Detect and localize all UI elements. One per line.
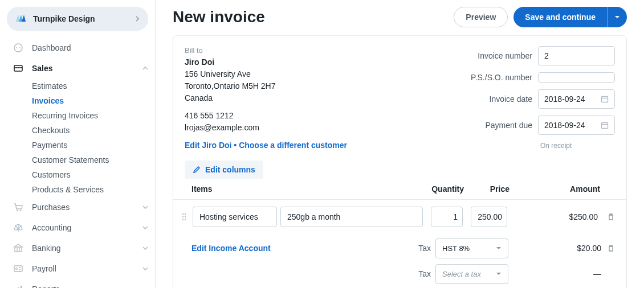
cart-icon <box>13 201 24 213</box>
sidebar-item-sales[interactable]: Sales <box>0 58 155 79</box>
customer-country: Canada <box>185 92 471 104</box>
drag-handle-icon[interactable] <box>179 212 189 221</box>
header-qty: Quantity <box>427 184 464 194</box>
chevron-down-icon <box>142 225 148 231</box>
chevron-down-icon <box>142 245 148 251</box>
svg-point-19 <box>185 213 186 214</box>
preview-button[interactable]: Preview <box>454 7 508 27</box>
chevron-down-icon <box>496 271 502 277</box>
svg-point-20 <box>182 216 184 217</box>
chevron-down-icon <box>142 204 148 210</box>
sidebar-sub-item[interactable]: Customers <box>0 167 155 182</box>
sidebar-item-label: Purchases <box>32 203 70 212</box>
svg-point-22 <box>182 219 184 220</box>
sidebar-item-purchases[interactable]: Purchases <box>0 197 155 217</box>
delete-line-button[interactable] <box>604 213 615 221</box>
logo-icon <box>15 13 27 25</box>
sidebar-item-label: Payroll <box>32 264 56 273</box>
sales-icon <box>13 63 24 74</box>
sidebar-item-label: Sales <box>32 64 53 73</box>
sidebar-item-dashboard[interactable]: Dashboard <box>0 38 155 58</box>
svg-point-18 <box>182 213 184 214</box>
main-content: New invoice Preview Save and continue Bi… <box>156 0 644 288</box>
org-switcher[interactable]: Turnpike Design <box>7 7 148 31</box>
sidebar-item-label: Banking <box>32 244 61 253</box>
header-items: Items <box>191 184 427 194</box>
calendar-icon <box>601 121 609 129</box>
sidebar-sub-item[interactable]: Customer Statements <box>0 153 155 167</box>
sidebar-item-payroll[interactable]: Payroll <box>0 258 155 279</box>
svg-point-6 <box>20 210 22 212</box>
sidebar-item-label: Reports <box>32 285 60 288</box>
save-button[interactable]: Save and continue <box>513 7 607 27</box>
svg-point-8 <box>16 268 18 270</box>
tax-select-1[interactable]: HST 8% <box>435 238 508 258</box>
customer-addr2: Toronto,Ontario M5H 2H7 <box>185 80 471 92</box>
invoice-card: Bill to Jiro Doi 156 University Ave Toro… <box>173 35 627 288</box>
save-dropdown-button[interactable] <box>607 7 627 27</box>
sidebar-item-reports[interactable]: Reports <box>0 279 155 288</box>
header-amount: Amount <box>510 184 615 194</box>
page-title: New invoice <box>173 8 454 26</box>
chart-icon <box>13 283 24 288</box>
tax-label: Tax <box>408 269 431 278</box>
header-price: Price <box>473 184 510 194</box>
org-name: Turnpike Design <box>33 14 129 23</box>
item-name-field[interactable]: Hosting services <box>193 207 277 227</box>
choose-customer-link[interactable]: Choose a different customer <box>239 141 347 150</box>
payment-due-note: On receipt <box>538 142 615 150</box>
item-amount: $250.00 <box>511 212 600 221</box>
po-number-label: P.S./S.O. number <box>471 73 532 82</box>
sidebar-item-label: Dashboard <box>32 43 71 52</box>
customer-edit-links: Edit Jiro Doi • Choose a different custo… <box>185 139 471 151</box>
svg-rect-13 <box>21 286 22 288</box>
po-number-field[interactable] <box>538 72 615 83</box>
sidebar-sub-item[interactable]: Estimates <box>0 79 155 93</box>
customer-name: Jiro Doi <box>185 56 471 68</box>
page-header: New invoice Preview Save and continue <box>173 7 627 27</box>
bank-icon <box>13 242 24 254</box>
item-qty-field[interactable]: 1 <box>431 207 463 227</box>
customer-phone: 416 555 1212 <box>185 110 471 122</box>
svg-point-5 <box>17 210 18 212</box>
dashboard-icon <box>13 42 24 54</box>
save-button-group: Save and continue <box>513 7 627 27</box>
svg-rect-14 <box>602 97 608 102</box>
invoice-number-field[interactable]: 2 <box>538 46 615 65</box>
sidebar-sub-item[interactable]: Invoices <box>0 93 155 108</box>
customer-addr1: 156 University Ave <box>185 68 471 80</box>
sidebar-sub-item[interactable]: Payments <box>0 138 155 153</box>
svg-point-0 <box>14 44 22 52</box>
svg-point-23 <box>185 219 186 220</box>
invoice-date-label: Invoice date <box>471 94 532 104</box>
invoice-number-label: Invoice number <box>471 51 532 60</box>
payment-due-field[interactable]: 2018-09-24 <box>538 116 615 135</box>
tax-select-2[interactable]: Select a tax <box>435 264 508 284</box>
sidebar-sub-item[interactable]: Products & Services <box>0 182 155 197</box>
invoice-date-field[interactable]: 2018-09-24 <box>538 89 615 109</box>
chevron-right-icon <box>134 16 140 22</box>
tax-label: Tax <box>408 244 431 253</box>
svg-point-1 <box>16 47 17 48</box>
sidebar-sub-item[interactable]: Recurring Invoices <box>0 108 155 123</box>
invoice-meta-form: Invoice number 2 P.S./S.O. number Invoic… <box>471 45 615 151</box>
edit-income-account-link[interactable]: Edit Income Account <box>191 244 408 253</box>
sidebar-item-banking[interactable]: Banking <box>0 238 155 258</box>
sidebar: Turnpike Design Dashboard Sales Estimate… <box>0 0 156 288</box>
chevron-down-icon <box>496 245 502 251</box>
edit-columns-button[interactable]: Edit columns <box>185 161 263 179</box>
chevron-up-icon <box>142 65 148 71</box>
item-desc-field[interactable]: 250gb a month <box>280 207 423 227</box>
delete-tax-button[interactable] <box>604 244 615 252</box>
bill-to-block: Bill to Jiro Doi 156 University Ave Toro… <box>185 45 471 151</box>
calendar-icon <box>601 95 609 103</box>
svg-point-21 <box>185 216 186 217</box>
line-items-header: Items Quantity Price Amount <box>173 179 626 200</box>
sidebar-item-accounting[interactable]: Accounting <box>0 217 155 238</box>
tax-row-2: Tax Select a tax — <box>173 261 626 289</box>
tax-amount-1: $20.00 <box>508 244 604 253</box>
sidebar-sub-item[interactable]: Checkouts <box>0 123 155 138</box>
item-price-field[interactable]: 250.00 <box>471 207 507 227</box>
customer-email: lrojas@example.com <box>185 122 471 134</box>
edit-customer-link[interactable]: Edit Jiro Doi <box>185 141 231 150</box>
